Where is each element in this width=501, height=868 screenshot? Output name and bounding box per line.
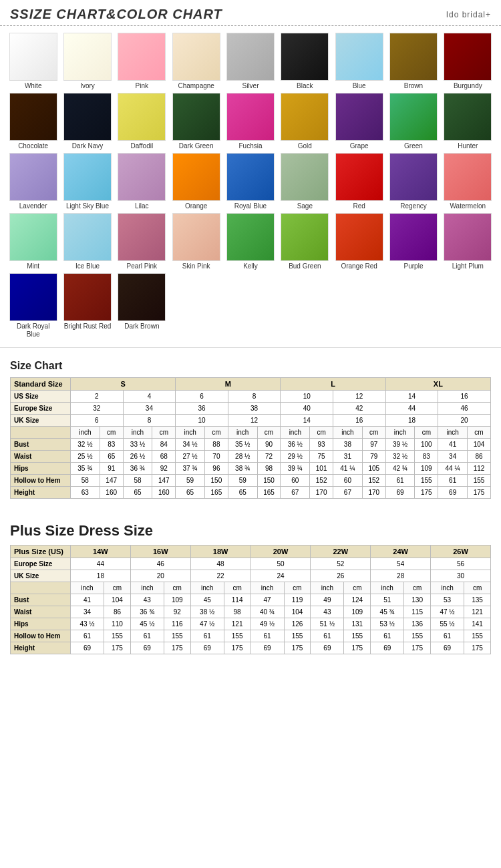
color-swatch [63, 93, 112, 141]
color-item-lavender: Lavender [7, 153, 59, 210]
color-label: Light Sky Blue [66, 202, 109, 210]
color-label: Dark Royal Blue [9, 322, 57, 339]
color-label: Kelly [243, 262, 258, 270]
18w-header: 18W [190, 546, 251, 558]
color-label: Regency [400, 202, 426, 210]
color-item-red: Red [333, 153, 385, 210]
color-swatch [226, 213, 275, 261]
plus-size-table: Plus Size (US) 14W 16W 18W 20W 22W 24W 2… [10, 545, 491, 654]
color-swatch [444, 153, 492, 201]
color-swatch [444, 93, 492, 141]
color-item-bright-rust-red: Bright Rust Red [61, 273, 114, 339]
color-swatch [281, 33, 329, 81]
row-label-bust: Bust [11, 439, 71, 451]
color-label: Light Plum [452, 262, 484, 270]
plus-size-title: Plus Size Dress Size [10, 522, 491, 539]
color-swatch [172, 93, 220, 141]
color-item-light-plum: Light Plum [442, 213, 494, 270]
color-item-brown: Brown [387, 33, 440, 90]
color-label: Red [353, 202, 365, 210]
color-item-grape: Grape [333, 93, 385, 150]
color-swatch [335, 153, 383, 201]
color-label: Ivory [80, 82, 95, 90]
color-label: Grape [350, 142, 369, 150]
plus-uk-label: UK Size [11, 570, 71, 582]
22w-header: 22W [311, 546, 371, 558]
color-item-dark-royal-blue: Dark Royal Blue [7, 273, 59, 339]
color-swatch [281, 213, 329, 261]
color-swatch [444, 33, 492, 81]
row-label-hips: Hips [11, 463, 71, 475]
color-label: White [25, 82, 42, 90]
color-swatch [63, 213, 112, 261]
color-label: Silver [242, 82, 259, 90]
color-item-fuchsia: Fuchsia [224, 93, 277, 150]
color-item-gold: Gold [279, 93, 331, 150]
color-item-pearl-pink: Pearl Pink [116, 213, 168, 270]
color-item-green: Green [387, 93, 440, 150]
plus-row-label-waist: Waist [11, 606, 71, 618]
color-label: Skin Pink [182, 262, 210, 270]
color-label: Purple [404, 262, 424, 270]
color-swatch [226, 153, 275, 201]
color-swatch [226, 33, 275, 81]
color-item-black: Black [279, 33, 331, 90]
unit-header [11, 427, 71, 439]
us-size-label: US Size [11, 391, 71, 403]
plus-row-label-hollow-to-hem: Hollow to Hem [11, 630, 71, 642]
color-swatch [335, 213, 383, 261]
page-header: SSize Chart&Color Chart Ido bridal+ [0, 0, 501, 26]
color-label: Brown [404, 82, 423, 90]
size-table: Standard Size S M L XL US Size 24 68 101… [10, 377, 491, 499]
color-item-royal-blue: Royal Blue [224, 153, 277, 210]
color-swatch [9, 213, 57, 261]
color-item-lilac: Lilac [116, 153, 168, 210]
size-chart-title: Size Chart [10, 360, 491, 372]
color-item-dark-navy: Dark Navy [61, 93, 114, 150]
color-item-burgundy: Burgundy [442, 33, 494, 90]
color-swatch [335, 33, 383, 81]
color-grid: WhiteIvoryPinkChampagneSilverBlackBlueBr… [7, 33, 494, 339]
color-label: Lilac [135, 202, 149, 210]
color-label: Orange [185, 202, 207, 210]
color-label: Pearl Pink [127, 262, 158, 270]
color-item-dark-brown: Dark Brown [116, 273, 168, 339]
color-item-blue: Blue [333, 33, 385, 90]
color-swatch [9, 153, 57, 201]
color-label: Pink [136, 82, 148, 90]
color-label: Ice Blue [75, 262, 100, 270]
color-label: Champagne [178, 82, 214, 90]
l-header: L [281, 378, 385, 391]
plus-row-label-bust: Bust [11, 594, 71, 606]
color-label: Fuchsia [238, 142, 262, 150]
color-label: Chocolate [18, 142, 48, 150]
color-item-regency: Regency [387, 153, 440, 210]
color-swatch [172, 153, 220, 201]
20w-header: 20W [251, 546, 311, 558]
color-swatch [335, 93, 383, 141]
color-label: Bud Green [289, 262, 321, 270]
16w-header: 16W [130, 546, 190, 558]
color-label: Blue [353, 82, 366, 90]
color-label: Hunter [458, 142, 478, 150]
color-swatch [63, 273, 112, 321]
color-item-watermelon: Watermelon [442, 153, 494, 210]
24w-header: 24W [371, 546, 431, 558]
color-item-ivory: Ivory [61, 33, 114, 90]
plus-row-label-hips: Hips [11, 618, 71, 630]
color-swatch [281, 93, 329, 141]
color-item-mint: Mint [7, 213, 59, 270]
color-item-skin-pink: Skin Pink [170, 213, 222, 270]
color-label: Dark Brown [124, 322, 159, 331]
color-item-champagne: Champagne [170, 33, 222, 90]
color-item-ice-blue: Ice Blue [61, 213, 114, 270]
plus-row-label-height: Height [11, 642, 71, 654]
color-item-bud-green: Bud Green [279, 213, 331, 270]
color-item-chocolate: Chocolate [7, 93, 59, 150]
color-item-orange: Orange [170, 153, 222, 210]
color-swatch [444, 213, 492, 261]
color-item-light-sky-blue: Light Sky Blue [61, 153, 114, 210]
color-swatch [389, 93, 438, 141]
color-label: Watermelon [450, 202, 486, 210]
color-label: Dark Navy [72, 142, 104, 150]
